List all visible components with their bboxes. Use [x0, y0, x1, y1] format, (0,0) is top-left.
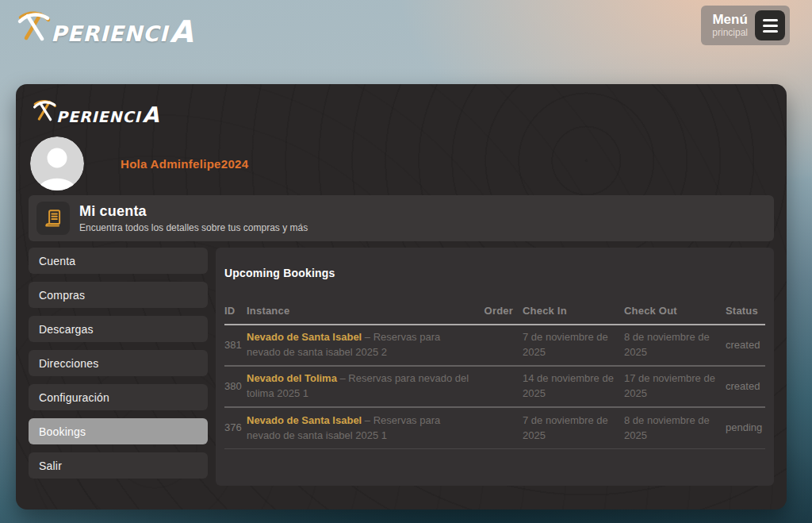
sidebar-item-label: Direcciones — [39, 357, 98, 370]
bookings-title: Upcoming Bookings — [224, 267, 765, 279]
brand-text: PERIENCI — [51, 23, 168, 44]
column-header-id: ID — [224, 305, 247, 317]
sidebar-item-cuenta[interactable]: Cuenta — [29, 248, 208, 274]
sidebar-item-configuracion[interactable]: Configuración — [29, 384, 208, 410]
ledger-book-icon — [36, 202, 70, 235]
booking-check-out: 8 de noviembre de 2025 — [624, 413, 726, 444]
sidebar-item-salir[interactable]: Salir — [29, 452, 208, 479]
sidebar-item-direcciones[interactable]: Direcciones — [29, 350, 208, 376]
account-card: PERIENCI A Hola Adminfelipe2024 — [16, 84, 787, 510]
status-text: created — [726, 338, 765, 353]
booking-check-out: 17 de noviembre de 2025 — [624, 371, 726, 402]
brand-text-last-letter: A — [170, 19, 193, 44]
column-header-instance: Instance — [247, 305, 477, 317]
column-header-order: Order — [477, 305, 523, 317]
status-text: pending — [726, 421, 765, 436]
banner-subtitle: Encuentra todos los detalles sobre tus c… — [79, 222, 308, 233]
bookings-table: ID Instance Order Check In Check Out Sta… — [224, 305, 765, 449]
booking-id: 380 — [224, 379, 247, 394]
greeting-text: Hola Adminfelipe2024 — [121, 157, 248, 171]
table-header-row: ID Instance Order Check In Check Out Sta… — [224, 305, 765, 325]
sidebar-item-compras[interactable]: Compras — [29, 282, 208, 308]
account-sidebar: Cuenta Compras Descargas Direcciones Con… — [29, 248, 208, 479]
sidebar-item-bookings[interactable]: Bookings — [29, 418, 208, 444]
crossed-pickaxes-icon — [32, 98, 58, 125]
avatar — [30, 137, 84, 190]
menu-button-subtitle: principal — [712, 28, 748, 38]
sidebar-item-label: Descargas — [39, 323, 94, 336]
booking-check-in: 14 de noviembre de 2025 — [523, 371, 624, 402]
instance-link[interactable]: Nevado de Santa Isabel — [247, 414, 362, 426]
menu-button-title: Menú — [712, 13, 747, 28]
sidebar-item-label: Configuración — [39, 391, 109, 404]
booking-check-in: 7 de noviembre de 2025 — [523, 330, 624, 360]
top-header: PERIENCI A Menú principal — [0, 0, 812, 51]
bookings-panel: Upcoming Bookings ID Instance Order Chec… — [216, 248, 774, 486]
column-header-check-in: Check In — [523, 305, 624, 317]
booking-check-out: 8 de noviembre de 2025 — [624, 330, 726, 360]
card-brand-logo[interactable]: PERIENCI A — [32, 98, 159, 125]
instance-link[interactable]: Nevado de Santa Isabel — [247, 331, 362, 343]
sidebar-item-label: Compras — [39, 289, 85, 302]
sidebar-item-descargas[interactable]: Descargas — [29, 316, 208, 342]
hamburger-menu-icon[interactable] — [755, 10, 785, 40]
sidebar-item-label: Salir — [39, 460, 62, 472]
status-text: created — [726, 379, 765, 394]
sidebar-item-label: Cuenta — [39, 255, 75, 267]
main-menu-button[interactable]: Menú principal — [701, 6, 790, 45]
brand-logo[interactable]: PERIENCI A — [16, 10, 193, 44]
column-header-status: Status — [726, 305, 765, 317]
crossed-pickaxes-icon — [16, 10, 52, 44]
brand-text-last-letter: A — [143, 106, 159, 125]
booking-check-in: 7 de noviembre de 2025 — [523, 413, 624, 444]
brand-text: PERIENCI — [56, 110, 141, 125]
booking-id: 381 — [224, 338, 247, 353]
booking-row: 381 Nevado de Santa Isabel – Reservas pa… — [224, 325, 765, 367]
booking-row: 380 Nevado del Tolima – Reservas para ne… — [224, 367, 765, 408]
page: PERIENCI A Menú principal — [0, 0, 812, 523]
booking-id: 376 — [224, 421, 247, 436]
instance-link[interactable]: Nevado del Tolima — [247, 372, 337, 384]
column-header-check-out: Check Out — [624, 305, 726, 317]
user-header: Hola Adminfelipe2024 — [30, 137, 248, 190]
booking-row: 376 Nevado de Santa Isabel – Reservas pa… — [224, 408, 765, 449]
sidebar-item-label: Bookings — [39, 425, 86, 438]
banner-title: Mi cuenta — [79, 203, 308, 220]
account-banner: Mi cuenta Encuentra todos los detalles s… — [29, 195, 774, 241]
